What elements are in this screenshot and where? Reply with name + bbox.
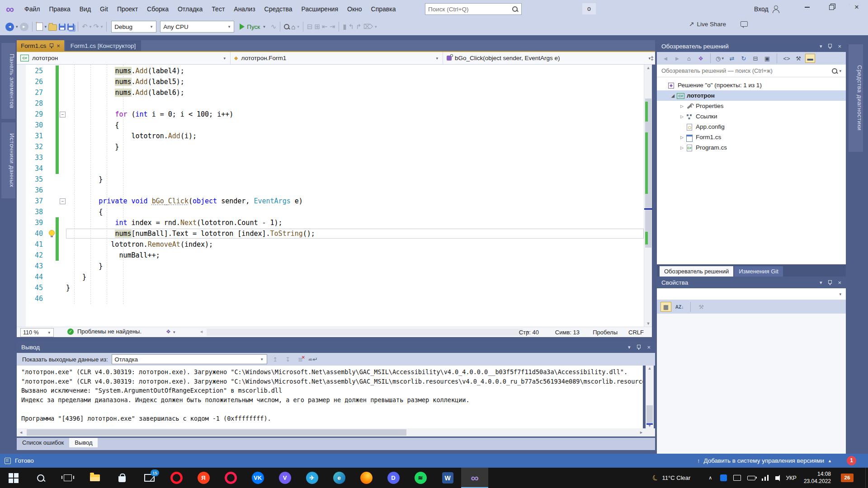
navigate-back-dropdown[interactable]: ▾ xyxy=(16,24,18,29)
solution-platform-combo[interactable]: Any CPU ▾ xyxy=(160,21,234,33)
code-line-43[interactable]: 43 } xyxy=(17,261,644,272)
code-line-39[interactable]: 39 int index = rnd.Next(lototron.Count -… xyxy=(17,217,644,228)
line-indicator[interactable]: Стр: 40 xyxy=(519,329,539,336)
expander-icon[interactable]: ▷ xyxy=(679,104,685,108)
solution-explorer-search-input[interactable] xyxy=(660,67,831,75)
expander-icon[interactable]: ▷ xyxy=(679,114,685,119)
code-line-32[interactable]: 32 } xyxy=(17,141,644,152)
search-options-dropdown[interactable]: ▾ xyxy=(839,69,841,73)
scroll-up-icon[interactable]: ▲ xyxy=(646,366,654,371)
taskbar-firefox[interactable] xyxy=(353,468,380,488)
pin-icon[interactable] xyxy=(49,43,53,48)
taskbar-microsoft-store[interactable] xyxy=(108,468,136,488)
problems-indicator[interactable]: ✓ Проблемы не найдены. xyxy=(67,328,142,335)
taskbar-search[interactable] xyxy=(27,468,54,488)
tab-form1-designer[interactable]: Form1.cs [Конструктор] xyxy=(65,40,141,51)
display-tray-icon[interactable] xyxy=(733,475,741,481)
undo-icon[interactable]: ↶ xyxy=(82,21,88,32)
taskbar-task-view[interactable] xyxy=(54,468,81,488)
show-all-files-icon[interactable]: ▣ xyxy=(762,54,772,63)
tab-output[interactable]: Вывод xyxy=(69,438,98,447)
collapse-icon[interactable] xyxy=(59,109,66,120)
code-line-26[interactable]: 26 nums.Add(label5); xyxy=(17,76,644,87)
tab-git-changes[interactable]: Изменения Git xyxy=(734,266,783,277)
code-line-31[interactable]: 31 lototron.Add(i); xyxy=(17,131,644,141)
clear-output-icon[interactable]: ≣✕ xyxy=(296,355,305,363)
forward-icon[interactable]: ► xyxy=(672,54,682,63)
bookmark-icon[interactable]: ▮ xyxy=(343,21,346,32)
goto-next-message-icon[interactable]: ↧ xyxy=(283,355,292,363)
hidden-icons-chevron[interactable]: ∧ xyxy=(708,475,712,481)
scroll-down-icon[interactable]: ▼ xyxy=(644,321,652,326)
notification-center-badge[interactable]: 26 xyxy=(841,474,854,482)
tab-form1-cs[interactable]: Form1.cs × xyxy=(17,40,64,51)
pending-changes-filter-icon[interactable]: ◷▾ xyxy=(715,54,725,63)
find-in-files-icon[interactable] xyxy=(284,24,289,29)
taskbar-discord[interactable]: D xyxy=(380,468,407,488)
taskbar-yandex-browser[interactable]: Я xyxy=(190,468,217,488)
save-icon[interactable] xyxy=(59,23,66,30)
code-line-27[interactable]: 27 nums.Add(label6); xyxy=(17,87,644,98)
tree-item-form1-cs[interactable]: ▷Form1.cs xyxy=(657,132,846,142)
scrollbar-thumb[interactable] xyxy=(27,429,406,436)
preview-selected-items-icon[interactable]: ▬ xyxy=(805,54,815,63)
previous-bookmark-icon[interactable]: ↰ xyxy=(349,21,354,32)
pin-icon[interactable] xyxy=(828,280,832,285)
expander-icon[interactable]: ▷ xyxy=(679,135,685,140)
hot-reload-icon[interactable]: ∿ xyxy=(271,21,277,32)
solution-home-icon[interactable]: ⌂ xyxy=(291,21,295,32)
code-line-37[interactable]: 37 private void bGo_Click(object sender,… xyxy=(17,196,644,206)
language-indicator[interactable]: УКР xyxy=(786,475,797,481)
volume-icon[interactable] xyxy=(775,476,778,480)
code-line-40[interactable]: 40 nums[numBall].Text = lototron [index]… xyxy=(17,228,644,239)
scroll-left-icon[interactable]: ◄ xyxy=(19,430,23,435)
editor-horizontal-scrollbar[interactable] xyxy=(207,328,523,336)
scroll-up-icon[interactable]: ▲ xyxy=(644,66,652,70)
weather-widget[interactable]: ☾ 11°C Clear xyxy=(652,474,690,482)
switch-views-icon[interactable]: ❖ xyxy=(696,54,706,63)
properties-panel-title[interactable]: Свойства ▾ × xyxy=(657,277,846,288)
toolbar-options-dropdown[interactable]: ▾ xyxy=(297,24,299,29)
start-dropdown[interactable]: ▾ xyxy=(263,24,265,29)
output-horizontal-scrollbar[interactable]: ◄ ► xyxy=(17,428,655,436)
scroll-down-icon[interactable]: ▼ xyxy=(646,423,654,428)
taskbar-spotify[interactable]: ≋ xyxy=(407,468,434,488)
split-window-icon[interactable]: ‡ xyxy=(651,55,654,61)
live-share-button[interactable]: ↗ Live Share xyxy=(689,20,748,28)
tab-settings-icon[interactable]: ⚙ xyxy=(857,2,862,8)
new-file-dropdown[interactable]: ▾ xyxy=(45,24,47,29)
code-line-33[interactable]: 33 xyxy=(17,152,644,163)
taskbar-telegram[interactable]: ✈ xyxy=(298,468,326,488)
network-icon[interactable] xyxy=(762,475,769,481)
close-icon[interactable]: × xyxy=(838,43,841,50)
save-all-icon[interactable] xyxy=(67,23,74,30)
tree-item-program-cs[interactable]: ▷Program.cs xyxy=(657,142,846,153)
send-feedback-icon[interactable] xyxy=(741,21,748,27)
solution-explorer-title[interactable]: Обозреватель решений ▾ × xyxy=(657,40,846,52)
word-wrap-icon[interactable]: ab↵ xyxy=(309,355,318,363)
properties-object-combo[interactable]: ▾ xyxy=(657,288,846,300)
code-line-41[interactable]: 41 lototron.RemoveAt(index); xyxy=(17,239,644,250)
clock[interactable]: 14:08 23.04.2022 xyxy=(804,471,831,485)
restore-button[interactable] xyxy=(821,0,842,14)
data-sources-tab[interactable]: Источники данных xyxy=(1,122,15,198)
uncomment-icon[interactable]: ⊞ xyxy=(315,21,321,32)
minimize-button[interactable] xyxy=(797,0,817,14)
start-debugging-button[interactable]: Пуск ▾ xyxy=(240,23,266,30)
add-to-source-control-button[interactable]: ↑ Добавить в систему управления версиями… xyxy=(697,454,832,468)
type-dropdown[interactable]: ◆ лототрон.Form1 ▾ xyxy=(231,52,443,64)
goto-previous-message-icon[interactable]: ↥ xyxy=(271,355,280,363)
solution-explorer-search-box[interactable]: ▾ xyxy=(657,65,846,77)
taskbar-opera-gx[interactable] xyxy=(217,468,244,488)
diagnostic-tools-tab[interactable]: Средства диагностики xyxy=(849,44,863,152)
window-position-dropdown[interactable]: ▾ xyxy=(628,344,631,350)
menu-расширения[interactable]: Расширения xyxy=(297,0,343,18)
properties-icon[interactable]: ⚒ xyxy=(793,54,803,63)
code-line-34[interactable]: 34 xyxy=(17,163,644,174)
member-dropdown[interactable]: bGo_Click(object sender, EventArgs e) ▾ xyxy=(443,52,655,64)
code-line-46[interactable]: 46 xyxy=(17,293,644,304)
property-pages-icon[interactable]: ⚒ xyxy=(696,302,706,311)
menu-сборка[interactable]: Сборка xyxy=(142,0,173,18)
taskbar-viber[interactable]: V xyxy=(271,468,298,488)
code-editor[interactable]: 25 nums.Add(label4);26 nums.Add(label5);… xyxy=(17,65,644,327)
